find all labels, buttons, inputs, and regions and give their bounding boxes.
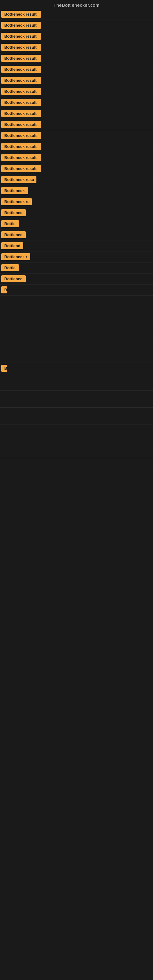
list-item: Bottleneck result (0, 53, 153, 64)
list-item: Bottleneck result (0, 9, 153, 20)
list-item (0, 425, 153, 441)
list-item (0, 346, 153, 363)
list-item (0, 374, 153, 391)
list-item: Bottlend (0, 240, 153, 251)
list-item: Bottleneck result (0, 64, 153, 75)
list-item: Bottleneck result (0, 163, 153, 174)
bottleneck-result-badge[interactable]: Bottleneck result (1, 132, 41, 139)
bottleneck-result-badge[interactable]: Bottleneck result (1, 143, 41, 150)
list-item (0, 441, 153, 458)
list-item: Bottleneck result (0, 130, 153, 141)
bottleneck-result-badge[interactable]: Bottleneck result (1, 88, 41, 95)
list-item: Bottleneck (0, 185, 153, 196)
list-item: Bottleneck result (0, 152, 153, 163)
bottleneck-result-badge[interactable]: Bottleneck result (1, 165, 41, 172)
bottleneck-result-badge[interactable]: Bottleneck r (1, 253, 30, 260)
list-item: B (0, 285, 153, 296)
bottleneck-result-badge[interactable]: Bottlend (1, 242, 23, 249)
list-item (0, 458, 153, 475)
bottleneck-result-badge[interactable]: Bottleneck result (1, 110, 41, 117)
list-item: Bottleneck r (0, 251, 153, 262)
bottleneck-result-badge[interactable]: Bottleneck re (1, 198, 32, 205)
bottleneck-result-badge[interactable]: Bottleneck result (1, 154, 41, 161)
list-item: Bottle (0, 218, 153, 229)
bottleneck-result-badge[interactable]: Bottleneck result (1, 33, 41, 40)
list-item (0, 407, 153, 425)
bottleneck-result-badge[interactable]: Bottle (1, 264, 19, 271)
bottleneck-result-badge[interactable]: Bottlenec (1, 209, 26, 216)
list-item: Bottlenec (0, 207, 153, 218)
bottleneck-result-badge[interactable]: Bottleneck result (1, 44, 41, 51)
list-item: B (0, 363, 153, 374)
list-item: Bottleneck result (0, 108, 153, 119)
list-item: Bottleneck result (0, 31, 153, 42)
bottleneck-result-badge[interactable]: B (1, 365, 7, 372)
bottleneck-result-badge[interactable]: Bottleneck (1, 187, 28, 194)
list-item: Bottleneck result (0, 20, 153, 31)
site-title: TheBottlenecker.com (0, 0, 153, 9)
list-item (0, 391, 153, 407)
list-item (0, 296, 153, 312)
list-item: Bottleneck result (0, 86, 153, 97)
list-item: Bottleneck result (0, 42, 153, 53)
list-item (0, 329, 153, 346)
list-item: Bottleneck result (0, 75, 153, 86)
bottleneck-result-badge[interactable]: Bottleneck resu (1, 176, 37, 183)
bottleneck-result-badge[interactable]: Bottle (1, 220, 19, 227)
list-item: Bottlenec (0, 274, 153, 285)
bottleneck-result-badge[interactable]: Bottleneck result (1, 121, 41, 128)
list-item: Bottleneck result (0, 97, 153, 108)
list-item: Bottleneck resu (0, 174, 153, 185)
list-item: Bottleneck result (0, 141, 153, 152)
list-item (0, 312, 153, 329)
bottleneck-result-badge[interactable]: Bottlenec (1, 231, 26, 238)
bottleneck-result-badge[interactable]: Bottleneck result (1, 66, 41, 73)
bottleneck-result-badge[interactable]: B (1, 286, 7, 293)
bottleneck-result-badge[interactable]: Bottleneck result (1, 22, 41, 29)
bottleneck-result-badge[interactable]: Bottleneck result (1, 77, 41, 84)
bottleneck-result-badge[interactable]: Bottleneck result (1, 99, 41, 106)
list-item: Bottleneck result (0, 119, 153, 130)
list-item: Bottleneck re (0, 196, 153, 207)
list-item: Bottle (0, 262, 153, 274)
bottleneck-result-badge[interactable]: Bottleneck result (1, 11, 41, 18)
list-item: Bottlenec (0, 229, 153, 240)
bottleneck-result-badge[interactable]: Bottleneck result (1, 55, 41, 62)
bottleneck-result-badge[interactable]: Bottlenec (1, 275, 26, 282)
